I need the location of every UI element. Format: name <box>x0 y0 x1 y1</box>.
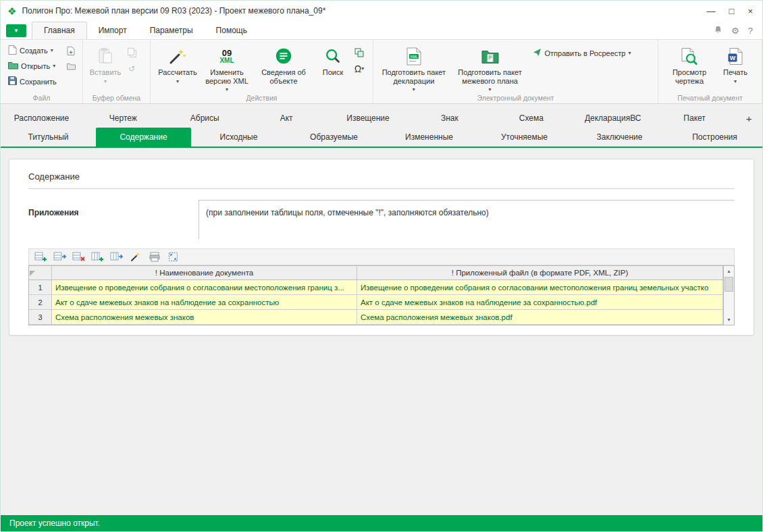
cell-document-name[interactable]: Извещение о проведении собрания о соглас… <box>52 280 357 294</box>
prepare-declaration-package-button[interactable]: XML Подготовить пакет декларации ▾ <box>379 44 449 95</box>
column-header-file[interactable]: ! Приложенный файл (в формате PDF, XML, … <box>357 266 723 280</box>
undo-icon[interactable]: ↺ <box>126 63 138 75</box>
ribbon-tab-parametry[interactable]: Параметры <box>138 22 205 39</box>
tab-paket[interactable]: Пакет <box>654 109 735 128</box>
row-add-icon[interactable] <box>34 250 48 264</box>
drawing-preview-button[interactable]: Просмотр чертежа <box>664 44 715 87</box>
open-label: Открыть <box>21 62 50 70</box>
group-label-print: Печатный документ <box>658 94 762 102</box>
caret-down-icon: ▾ <box>361 66 364 72</box>
change-xml-version-button[interactable]: 09 XML Изменить версию XML ▾ <box>203 44 251 95</box>
table-header: ! Наименование документа ! Приложенный ф… <box>29 266 723 280</box>
cell-document-name[interactable]: Акт о сдаче межевых знаков на наблюдение… <box>52 295 357 309</box>
object-info-label: Сведения об объекте <box>257 68 310 85</box>
add-tab-button[interactable]: + <box>735 109 762 128</box>
row-number[interactable]: 3 <box>29 310 52 324</box>
expand-editor-icon[interactable] <box>166 250 180 264</box>
minimize-button[interactable]: — <box>707 7 716 16</box>
column-add-icon[interactable] <box>90 250 105 264</box>
tab-znak[interactable]: Знак <box>409 109 490 128</box>
prepare-plan-package-button[interactable]: Подготовить пакет межевого плана ▾ <box>452 44 528 95</box>
row-insert-icon[interactable] <box>53 250 67 264</box>
ribbon-tab-glavnaya[interactable]: Главная <box>32 22 87 39</box>
scroll-down-icon[interactable]: ▼ <box>724 315 734 325</box>
tab-soderzhanie[interactable]: Содержание <box>96 128 191 147</box>
save-floppy-icon <box>8 76 17 86</box>
tab-utochnyaemye[interactable]: Уточняемые <box>477 128 572 147</box>
ribbon-tab-import[interactable]: Импорт <box>87 22 138 39</box>
scroll-up-icon[interactable]: ▲ <box>724 266 734 276</box>
document-tabs-row2: Титульный Содержание Исходные Образуемые… <box>1 128 762 147</box>
object-info-button[interactable]: Сведения об объекте <box>255 44 313 87</box>
tab-obrazuemye[interactable]: Образуемые <box>286 128 382 147</box>
ribbon-tab-pomosch[interactable]: Помощь <box>205 22 259 39</box>
app-window: ❖ Полигон Про: Межевой план версии 09 R0… <box>0 0 763 532</box>
settings-gear-icon[interactable]: ⚙ <box>731 26 739 35</box>
caret-down-icon: ▾ <box>628 51 631 56</box>
ribbon-group-file: Создать ▾ Открыть ▾ Сохранить Файл <box>1 40 83 103</box>
tab-zaklyuchenie[interactable]: Заключение <box>572 128 667 147</box>
tab-abrisy[interactable]: Абрисы <box>164 109 246 128</box>
row-delete-icon[interactable] <box>72 250 86 264</box>
app-menu-button[interactable]: ▼ <box>6 24 26 37</box>
menu-caret-icon: ▼ <box>14 28 19 34</box>
new-project-icon[interactable] <box>65 45 77 57</box>
create-button[interactable]: Создать ▾ <box>6 44 55 57</box>
title-divider <box>28 188 735 189</box>
scrollbar-track[interactable] <box>724 276 734 315</box>
caret-down-icon: ▾ <box>51 48 53 53</box>
send-rosreestr-label: Отправить в Росреестр <box>544 49 625 57</box>
tab-deklaraciya-vs[interactable]: ДекларацияВС <box>572 109 654 128</box>
tab-titulnyj[interactable]: Титульный <box>1 128 96 147</box>
section-title: Содержание <box>22 169 741 188</box>
tab-postroeniya[interactable]: Построения <box>667 128 762 147</box>
header-corner-marker <box>30 271 35 276</box>
caret-down-icon: ▾ <box>104 79 107 84</box>
scrollbar-thumb[interactable] <box>725 277 733 292</box>
paste-clipboard-icon <box>99 46 112 66</box>
cell-document-name[interactable]: Схема расположения межевых знаков <box>52 310 357 324</box>
save-button[interactable]: Сохранить <box>6 75 59 88</box>
table-scrollbar[interactable]: ▲ ▼ <box>723 265 735 325</box>
cell-attached-file[interactable]: Схема расположения межевых знаков.pdf <box>357 310 723 324</box>
open-archive-icon[interactable] <box>65 60 77 72</box>
tab-akt[interactable]: Акт <box>246 109 327 128</box>
cell-attached-file[interactable]: Извещение о проведении собрания о соглас… <box>357 280 723 294</box>
caret-down-icon: ▾ <box>489 87 492 92</box>
prilozheniya-label: Приложения <box>28 200 199 239</box>
tab-izmenennye[interactable]: Измененные <box>382 128 477 147</box>
omega-symbols-button[interactable]: Ω ▾ <box>353 63 365 75</box>
tab-ishodnye[interactable]: Исходные <box>191 128 286 147</box>
maximize-button[interactable]: □ <box>729 7 735 16</box>
close-button[interactable]: × <box>747 7 753 16</box>
print-table-icon[interactable] <box>147 250 161 264</box>
search-icon <box>324 46 342 66</box>
column-header-name[interactable]: ! Наименование документа <box>52 266 357 280</box>
calculate-button[interactable]: Рассчитать ▾ <box>156 44 199 86</box>
paste-button[interactable]: Вставить ▾ <box>88 44 122 86</box>
tab-chertezh[interactable]: Чертеж <box>82 109 164 128</box>
send-rosreestr-button[interactable]: Отправить в Росреестр ▾ <box>531 47 633 59</box>
column-insert-icon[interactable] <box>109 250 124 264</box>
layers-icon[interactable] <box>353 47 365 59</box>
search-button[interactable]: Поиск <box>316 44 350 79</box>
autofill-wand-icon[interactable] <box>128 250 142 264</box>
attachments-table-wrap: ! Наименование документа ! Приложенный ф… <box>28 265 735 325</box>
titlebar-right-icons: ⚙ ? <box>714 25 757 39</box>
tab-raspolozhenie[interactable]: Расположение <box>1 109 82 128</box>
drawing-preview-label: Просмотр чертежа <box>666 68 712 85</box>
caret-down-icon: ▾ <box>176 79 179 84</box>
copy-icon[interactable] <box>126 47 138 59</box>
notifications-bell-icon[interactable] <box>714 25 722 36</box>
open-folder-icon <box>8 61 18 71</box>
tab-shema[interactable]: Схема <box>490 109 572 128</box>
row-number[interactable]: 1 <box>29 280 52 294</box>
open-button[interactable]: Открыть ▾ <box>6 60 57 72</box>
titlebar: ❖ Полигон Про: Межевой план версии 09 R0… <box>1 1 762 21</box>
row-number[interactable]: 2 <box>29 295 52 309</box>
tab-izveschenie[interactable]: Извещение <box>327 109 409 128</box>
cell-attached-file[interactable]: Акт о сдаче межевых знаков на наблюдение… <box>357 295 723 309</box>
help-icon[interactable]: ? <box>748 26 753 35</box>
print-button[interactable]: W Печать ▾ <box>718 44 752 86</box>
row-number-header[interactable] <box>29 266 52 280</box>
